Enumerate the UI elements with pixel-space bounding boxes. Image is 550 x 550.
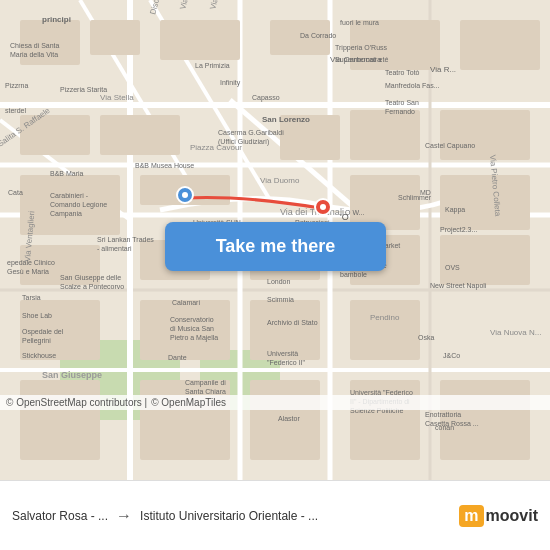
moovit-m-icon: m [459,505,483,527]
svg-text:Kappa: Kappa [445,206,465,214]
to-station: Istituto Universitario Orientale - ... [140,509,318,523]
svg-text:Dante: Dante [168,354,187,361]
svg-text:Carabinieri -: Carabinieri - [50,192,89,199]
take-me-there-button[interactable]: Take me there [165,222,386,271]
svg-text:San Giuseppe: San Giuseppe [42,370,102,380]
svg-text:Infinity: Infinity [220,79,241,87]
svg-text:San Giuseppe delle: San Giuseppe delle [60,274,121,282]
svg-text:J&Co: J&Co [443,352,460,359]
svg-text:Stickhouse: Stickhouse [22,352,56,359]
svg-text:Via Nuova N...: Via Nuova N... [490,328,541,337]
take-me-there-label: Take me there [216,236,336,257]
svg-point-57 [182,192,188,198]
svg-text:La Primizia: La Primizia [195,62,230,69]
svg-text:bambole: bambole [340,271,367,278]
svg-text:Sri Lankan Trades: Sri Lankan Trades [97,236,154,243]
svg-text:Pellegrini: Pellegrini [22,337,51,345]
svg-text:Ospedale del: Ospedale del [22,328,64,336]
moovit-logo: m moovit [459,505,538,527]
svg-text:di Musica San: di Musica San [170,325,214,332]
svg-text:conan: conan [435,424,454,431]
svg-text:Project2.3...: Project2.3... [440,226,477,234]
svg-text:"Federico II": "Federico II" [267,359,306,366]
svg-text:Manfredola Fas...: Manfredola Fas... [385,82,440,89]
copyright-text-1: © OpenStreetMap contributors | [6,397,147,408]
svg-text:Tripperia O'Russ: Tripperia O'Russ [335,44,388,52]
svg-rect-41 [20,380,100,460]
svg-text:sterdel: sterdel [5,107,26,114]
bottom-bar: Salvator Rosa - ... → Istituto Universit… [0,480,550,550]
svg-text:Chiesa di Santa: Chiesa di Santa [10,42,60,49]
route-info: Salvator Rosa - ... → Istituto Universit… [12,507,451,525]
svg-text:Fernando: Fernando [385,108,415,115]
svg-text:OVS: OVS [445,264,460,271]
svg-rect-26 [350,110,420,160]
svg-rect-18 [90,20,140,55]
svg-text:Gesù e Maria: Gesù e Maria [7,268,49,275]
svg-text:Caserma G.Garibaldi: Caserma G.Garibaldi [218,129,284,136]
svg-text:Archivio di Stato: Archivio di Stato [267,319,318,326]
svg-text:Schlimmer: Schlimmer [398,194,432,201]
svg-text:Oska: Oska [418,334,434,341]
svg-text:Maria della Vita: Maria della Vita [10,51,58,58]
svg-text:Da Corrado: Da Corrado [300,32,336,39]
svg-text:Via Stella: Via Stella [100,93,134,102]
copyright-bar: © OpenStreetMap contributors | © OpenMap… [0,395,550,410]
copyright-text-2: © OpenMapTiles [151,397,226,408]
svg-text:Campanile di: Campanile di [185,379,226,387]
svg-rect-27 [440,110,530,160]
svg-text:Cata: Cata [8,189,23,196]
route-arrow-icon: → [116,507,132,525]
svg-text:Capasso: Capasso [252,94,280,102]
svg-text:Pizzrna: Pizzrna [5,82,28,89]
svg-rect-22 [460,20,540,70]
svg-text:fuori le mura: fuori le mura [340,19,379,26]
svg-text:San Lorenzo: San Lorenzo [262,115,310,124]
svg-text:Scalze a Pontecorvo: Scalze a Pontecorvo [60,283,124,290]
svg-text:Santa Chiara: Santa Chiara [185,388,226,395]
svg-text:Via Duomo: Via Duomo [260,176,300,185]
svg-text:Alastor: Alastor [278,415,300,422]
svg-rect-24 [100,115,180,155]
svg-text:Via R...: Via R... [430,65,456,74]
svg-text:Castel Capuano: Castel Capuano [425,142,475,150]
svg-text:Campania: Campania [50,210,82,218]
svg-text:Scimmia: Scimmia [267,296,294,303]
svg-text:principi: principi [42,15,71,24]
moovit-brand-text: moovit [486,507,538,525]
svg-text:Teatro Totò: Teatro Totò [385,69,420,76]
svg-text:epedale Clinico: epedale Clinico [7,259,55,267]
from-station: Salvator Rosa - ... [12,509,108,523]
svg-text:Tarsia: Tarsia [22,294,41,301]
svg-text:- alimentari: - alimentari [97,245,132,252]
svg-text:Teatro San: Teatro San [385,99,419,106]
svg-text:B&B Musea House: B&B Musea House [135,162,194,169]
svg-text:Pendino: Pendino [370,313,400,322]
svg-point-59 [320,204,326,210]
svg-text:B&B Maria: B&B Maria [50,170,84,177]
svg-rect-19 [160,20,240,60]
svg-text:Pizzeria Starita: Pizzeria Starita [60,86,107,93]
map-container: Discesa Sanità Via Cristallini Via Mirac… [0,0,550,480]
svg-text:Via Carbonara: Via Carbonara [330,55,382,64]
svg-text:Via dei Tribunali: Via dei Tribunali [280,207,344,217]
svg-text:London: London [267,278,290,285]
svg-text:Shoe Lab: Shoe Lab [22,312,52,319]
svg-text:Conservatorio: Conservatorio [170,316,214,323]
svg-rect-31 [440,175,530,230]
svg-text:Comando Legione: Comando Legione [50,201,107,209]
svg-text:Calamari: Calamari [172,299,200,306]
svg-rect-36 [440,235,530,285]
svg-text:Enotrattoria: Enotrattoria [425,411,461,418]
svg-rect-40 [350,300,420,360]
svg-text:'O: 'O [340,212,349,222]
svg-text:New Street Napoli: New Street Napoli [430,282,487,290]
svg-text:Università: Università [267,350,298,357]
svg-text:(Uffici Giudiziari): (Uffici Giudiziari) [218,138,269,146]
svg-text:Pietro a Majella: Pietro a Majella [170,334,218,342]
